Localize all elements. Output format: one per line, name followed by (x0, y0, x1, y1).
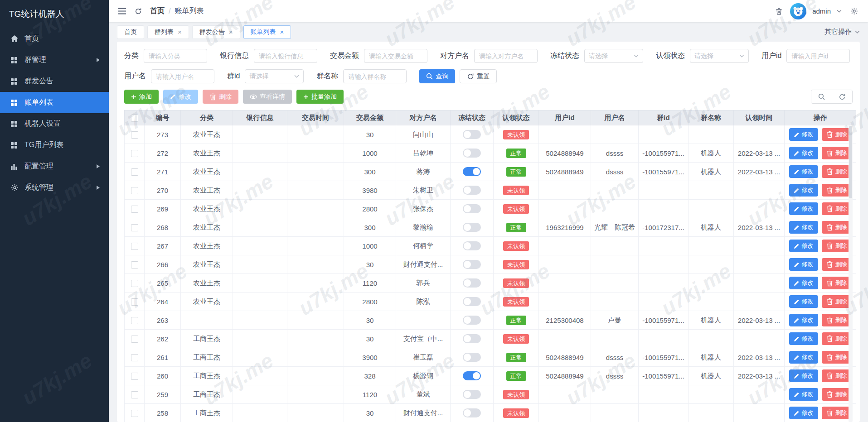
row-edit-button[interactable]: 修改 (789, 258, 818, 271)
frozen-toggle[interactable] (463, 167, 481, 176)
frozen-toggle[interactable] (463, 390, 481, 399)
row-delete-button[interactable]: 删除 (822, 351, 852, 364)
tab-close-icon[interactable]: × (229, 29, 233, 35)
gear-icon[interactable] (850, 7, 858, 15)
row-delete-button[interactable]: 删除 (822, 202, 852, 215)
row-checkbox[interactable] (131, 373, 138, 380)
frozen-toggle[interactable] (463, 316, 481, 325)
breadcrumb-home[interactable]: 首页 (150, 6, 165, 16)
row-delete-button[interactable]: 删除 (822, 369, 852, 382)
view-detail-button[interactable]: 查看详情 (243, 90, 292, 104)
row-checkbox[interactable] (131, 336, 138, 343)
frozen-toggle[interactable] (463, 186, 481, 195)
tab-group-announce[interactable]: 群发公告× (192, 25, 240, 39)
sidebar-item-bill-list[interactable]: 账单列表 (0, 92, 109, 113)
row-checkbox[interactable] (131, 187, 138, 194)
row-edit-button[interactable]: 修改 (789, 128, 818, 141)
edit-button[interactable]: 修改 (163, 90, 198, 104)
row-checkbox[interactable] (131, 280, 138, 287)
row-delete-button[interactable]: 删除 (822, 332, 852, 345)
row-delete-button[interactable]: 删除 (822, 221, 852, 234)
tab-close-icon[interactable]: × (280, 29, 284, 35)
trash-icon[interactable] (776, 8, 782, 15)
filter-select-frozen-status[interactable]: 请选择 (584, 49, 643, 63)
row-delete-button[interactable]: 删除 (822, 147, 852, 159)
row-edit-button[interactable]: 修改 (789, 147, 818, 159)
table-search-button[interactable] (811, 90, 832, 103)
row-checkbox[interactable] (131, 391, 138, 398)
frozen-toggle[interactable] (463, 408, 481, 417)
filter-input-username[interactable] (151, 69, 214, 83)
tab-group-list[interactable]: 群列表× (147, 25, 189, 39)
row-checkbox[interactable] (131, 317, 138, 324)
sidebar-item-robot-settings[interactable]: 机器人设置 (0, 113, 109, 134)
batch-add-button[interactable]: 批量添加 (296, 90, 344, 104)
row-edit-button[interactable]: 修改 (789, 407, 818, 419)
frozen-toggle[interactable] (463, 223, 481, 232)
filter-input-bank-info[interactable] (254, 49, 317, 63)
row-checkbox[interactable] (131, 298, 138, 306)
row-edit-button[interactable]: 修改 (789, 165, 818, 178)
frozen-toggle[interactable] (463, 278, 481, 288)
row-checkbox[interactable] (131, 354, 138, 361)
row-delete-button[interactable]: 删除 (822, 277, 852, 289)
sidebar-item-group-manage[interactable]: 群管理 (0, 49, 109, 71)
filter-input-user-id[interactable] (786, 49, 850, 63)
row-edit-button[interactable]: 修改 (789, 240, 818, 252)
sidebar-item-config-manage[interactable]: 配置管理 (0, 156, 109, 177)
row-delete-button[interactable]: 删除 (822, 388, 852, 401)
row-edit-button[interactable]: 修改 (789, 295, 818, 308)
frozen-toggle[interactable] (463, 334, 481, 343)
frozen-toggle[interactable] (463, 149, 481, 158)
row-edit-button[interactable]: 修改 (789, 221, 818, 234)
frozen-toggle[interactable] (463, 241, 481, 250)
sidebar-item-system-manage[interactable]: 系统管理 (0, 177, 109, 198)
table-scrollbar[interactable] (849, 125, 853, 422)
row-checkbox[interactable] (131, 261, 138, 269)
frozen-toggle[interactable] (463, 297, 481, 306)
row-edit-button[interactable]: 修改 (789, 202, 818, 215)
frozen-toggle[interactable] (463, 260, 481, 269)
row-checkbox[interactable] (131, 131, 138, 139)
sidebar-item-tg-user-list[interactable]: TG用户列表 (0, 134, 109, 156)
filter-select-claim-status[interactable]: 请选择 (690, 49, 749, 63)
filter-input-category[interactable] (144, 49, 207, 63)
filter-input-group-name[interactable] (343, 69, 407, 83)
reset-button[interactable]: 重置 (460, 69, 497, 83)
row-delete-button[interactable]: 删除 (822, 184, 852, 197)
delete-button[interactable]: 删除 (203, 90, 238, 104)
select-all-checkbox[interactable] (131, 115, 138, 122)
row-delete-button[interactable]: 删除 (822, 240, 852, 252)
avatar[interactable] (790, 3, 806, 19)
frozen-toggle[interactable] (463, 130, 481, 139)
row-checkbox[interactable] (131, 206, 138, 213)
tab-home[interactable]: 首页 (117, 25, 144, 39)
tab-bill-list[interactable]: 账单列表× (243, 25, 291, 39)
row-edit-button[interactable]: 修改 (789, 314, 818, 326)
frozen-toggle[interactable] (463, 353, 481, 362)
scrollbar-thumb[interactable] (849, 126, 852, 198)
search-button[interactable]: 查询 (419, 69, 455, 83)
row-delete-button[interactable]: 删除 (822, 295, 852, 308)
row-delete-button[interactable]: 删除 (822, 258, 852, 271)
row-checkbox[interactable] (131, 410, 138, 417)
table-refresh-button[interactable] (832, 90, 852, 103)
filter-select-group-id[interactable]: 请选择 (245, 69, 304, 83)
frozen-toggle[interactable] (463, 371, 481, 380)
chevron-down-icon[interactable] (837, 10, 842, 13)
row-delete-button[interactable]: 删除 (822, 407, 852, 419)
row-checkbox[interactable] (131, 243, 138, 250)
sidebar-item-group-announce[interactable]: 群发公告 (0, 71, 109, 92)
sidebar-item-home[interactable]: 首页 (0, 28, 109, 49)
row-checkbox[interactable] (131, 224, 138, 231)
filter-input-payer-name[interactable] (474, 49, 538, 63)
row-delete-button[interactable]: 删除 (822, 165, 852, 178)
more-actions-dropdown[interactable]: 其它操作 (824, 28, 860, 36)
row-edit-button[interactable]: 修改 (789, 351, 818, 364)
filter-input-amount[interactable] (364, 49, 427, 63)
row-edit-button[interactable]: 修改 (789, 369, 818, 382)
row-delete-button[interactable]: 删除 (822, 314, 852, 326)
tab-close-icon[interactable]: × (178, 29, 182, 35)
username[interactable]: admin (812, 7, 831, 15)
row-edit-button[interactable]: 修改 (789, 277, 818, 289)
